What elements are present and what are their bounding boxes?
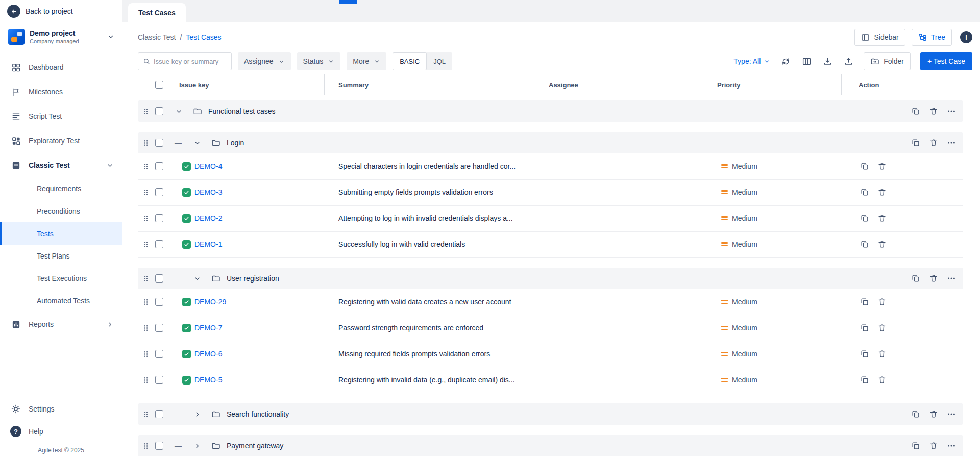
sidebar-item-exploratory-test[interactable]: Exploratory Test	[0, 129, 122, 153]
copy-icon[interactable]	[860, 214, 869, 223]
trash-icon[interactable]	[877, 240, 887, 249]
sidebar-item-reports[interactable]: Reports	[0, 312, 122, 337]
select-all-checkbox[interactable]	[155, 81, 163, 89]
row-checkbox[interactable]	[155, 324, 163, 332]
sidebar-item-settings[interactable]: Settings	[0, 398, 122, 420]
sidebar-item-help[interactable]: ? Help	[0, 420, 122, 443]
breadcrumb-current[interactable]: Test Cases	[186, 33, 221, 41]
more-actions-icon[interactable]	[947, 274, 956, 283]
trash-icon[interactable]	[929, 441, 938, 450]
row-checkbox[interactable]	[155, 350, 163, 358]
chevron-down-icon[interactable]	[193, 275, 201, 283]
sidebar-item-requirements[interactable]: Requirements	[0, 177, 122, 200]
more-actions-icon[interactable]	[947, 441, 956, 450]
drag-handle-icon[interactable]	[142, 410, 150, 419]
copy-icon[interactable]	[911, 107, 920, 116]
issue-key-link[interactable]: DEMO-4	[194, 162, 222, 170]
project-switcher[interactable]: Demo project Company-managed	[0, 22, 122, 51]
drag-handle-icon[interactable]	[142, 274, 150, 283]
row-checkbox[interactable]	[155, 410, 163, 418]
trash-icon[interactable]	[877, 323, 887, 332]
issue-key-link[interactable]: DEMO-5	[194, 376, 222, 384]
drag-handle-icon[interactable]	[142, 350, 150, 358]
columns-icon[interactable]	[801, 56, 812, 67]
sidebar-item-tests[interactable]: Tests	[0, 222, 122, 245]
row-checkbox[interactable]	[155, 274, 163, 283]
basic-mode-button[interactable]: BASIC	[393, 52, 427, 70]
row-checkbox[interactable]	[155, 162, 163, 170]
sidebar-item-milestones[interactable]: Milestones	[0, 80, 122, 104]
trash-icon[interactable]	[877, 214, 887, 223]
row-checkbox[interactable]	[155, 188, 163, 196]
issue-key-link[interactable]: DEMO-29	[194, 298, 226, 306]
drag-handle-icon[interactable]	[142, 240, 150, 249]
create-test-case-button[interactable]: + Test Case	[920, 52, 972, 70]
drag-handle-icon[interactable]	[142, 298, 150, 306]
refresh-icon[interactable]	[780, 56, 791, 67]
more-actions-icon[interactable]	[947, 138, 956, 147]
more-filter-dropdown[interactable]: More	[347, 52, 386, 70]
chevron-down-icon[interactable]	[193, 139, 201, 147]
row-checkbox[interactable]	[155, 139, 163, 147]
breadcrumb-parent[interactable]: Classic Test	[138, 33, 176, 41]
back-to-project[interactable]: Back to project	[0, 0, 122, 22]
sidebar-item-script-test[interactable]: Script Test	[0, 104, 122, 129]
row-checkbox[interactable]	[155, 240, 163, 248]
copy-icon[interactable]	[911, 409, 920, 419]
chevron-right-icon[interactable]	[193, 442, 201, 450]
tree-view-button[interactable]: Tree	[912, 29, 952, 46]
copy-icon[interactable]	[860, 188, 869, 197]
trash-icon[interactable]	[877, 297, 887, 306]
more-actions-icon[interactable]	[947, 409, 956, 419]
sidebar-item-automated-tests[interactable]: Automated Tests	[0, 290, 122, 312]
row-checkbox[interactable]	[155, 298, 163, 306]
copy-icon[interactable]	[860, 375, 869, 385]
copy-icon[interactable]	[860, 349, 869, 358]
drag-handle-icon[interactable]	[142, 324, 150, 332]
drag-handle-icon[interactable]	[142, 188, 150, 197]
drag-handle-icon[interactable]	[142, 214, 150, 223]
drag-handle-icon[interactable]	[142, 107, 150, 116]
trash-icon[interactable]	[929, 107, 938, 116]
issue-key-link[interactable]: DEMO-7	[194, 324, 222, 332]
copy-icon[interactable]	[860, 297, 869, 306]
sidebar-toggle-button[interactable]: Sidebar	[854, 29, 905, 46]
import-icon[interactable]	[822, 56, 833, 67]
sidebar-item-preconditions[interactable]: Preconditions	[0, 200, 122, 222]
trash-icon[interactable]	[929, 274, 938, 283]
copy-icon[interactable]	[911, 138, 920, 147]
info-icon[interactable]: i	[960, 31, 972, 43]
trash-icon[interactable]	[877, 188, 887, 197]
copy-icon[interactable]	[860, 240, 869, 249]
type-filter-dropdown[interactable]: Type: All	[733, 57, 770, 65]
drag-handle-icon[interactable]	[142, 442, 150, 450]
status-filter-dropdown[interactable]: Status	[297, 52, 341, 70]
copy-icon[interactable]	[860, 323, 869, 332]
sidebar-item-classic-test[interactable]: Classic Test	[0, 153, 122, 177]
trash-icon[interactable]	[877, 349, 887, 358]
copy-icon[interactable]	[911, 441, 920, 450]
trash-icon[interactable]	[877, 162, 887, 171]
trash-icon[interactable]	[929, 138, 938, 147]
issue-key-link[interactable]: DEMO-2	[194, 214, 222, 222]
more-actions-icon[interactable]	[947, 107, 956, 116]
row-checkbox[interactable]	[155, 107, 163, 115]
issue-key-link[interactable]: DEMO-6	[194, 350, 222, 358]
sidebar-item-test-plans[interactable]: Test Plans	[0, 245, 122, 267]
drag-handle-icon[interactable]	[142, 139, 150, 147]
tab-test-cases[interactable]: Test Cases	[128, 3, 186, 22]
row-checkbox[interactable]	[155, 376, 163, 384]
drag-handle-icon[interactable]	[142, 162, 150, 171]
sidebar-item-test-executions[interactable]: Test Executions	[0, 267, 122, 290]
assignee-filter-dropdown[interactable]: Assignee	[238, 52, 291, 70]
drag-handle-icon[interactable]	[142, 376, 150, 385]
jql-mode-button[interactable]: JQL	[427, 58, 452, 65]
issue-key-link[interactable]: DEMO-1	[194, 240, 222, 248]
search-input[interactable]	[154, 58, 227, 65]
row-checkbox[interactable]	[155, 442, 163, 450]
trash-icon[interactable]	[929, 409, 938, 419]
copy-icon[interactable]	[911, 274, 920, 283]
copy-icon[interactable]	[860, 162, 869, 171]
sidebar-item-dashboard[interactable]: Dashboard	[0, 55, 122, 80]
row-checkbox[interactable]	[155, 214, 163, 222]
